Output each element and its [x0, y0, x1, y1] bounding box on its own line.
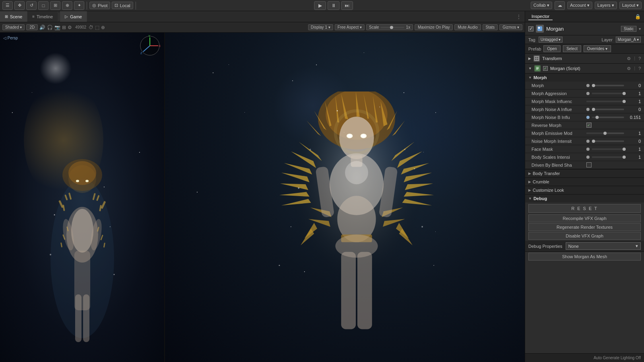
shaded-dropdown[interactable]: Shaded ▾ — [2, 24, 25, 30]
cloud-btn[interactable]: ☁ — [555, 1, 565, 10]
hand-tool-btn[interactable]: ☰ — [2, 1, 13, 10]
status-bar: Auto Generate Lighting Off — [525, 353, 644, 362]
select-prefab-btn[interactable]: Select — [563, 45, 581, 52]
scale-label: Scale — [369, 25, 379, 29]
shaded-label: Shaded — [5, 25, 19, 29]
local-dropdown[interactable]: ⊡ Local — [112, 2, 133, 9]
object-active-checkbox[interactable]: ✓ — [528, 26, 533, 31]
morph-aggression-slider[interactable] — [592, 93, 625, 94]
script-settings-icon[interactable]: ⚙ — [627, 66, 631, 71]
crumble-section[interactable]: ▶ Crumble — [525, 178, 644, 186]
customize-look-section[interactable]: ▶ Customize Look — [525, 186, 644, 195]
display-dropdown[interactable]: Display 1 ▾ — [308, 24, 333, 30]
reverse-morph-checkbox[interactable]: ✓ — [586, 123, 592, 128]
move-tool-btn[interactable]: ✥ — [14, 1, 25, 10]
layout-btn[interactable]: Layout ▾ — [619, 2, 642, 9]
scene-tab-label: Scene — [10, 14, 22, 19]
object-name[interactable]: Morgan — [546, 26, 619, 32]
morph-mask-row: Morph Mask Influenc 1 — [525, 97, 644, 105]
refresh-btn[interactable]: ↺ — [26, 1, 37, 10]
lock-icon[interactable]: 🔒 — [635, 14, 641, 19]
inspector-tab[interactable]: Inspector — [528, 13, 553, 20]
layer-dropdown[interactable]: Morgan_A ▾ — [616, 37, 641, 43]
body-scales-slider[interactable] — [592, 156, 625, 158]
step-button[interactable]: ⏭ — [341, 1, 353, 10]
morph-noise-b-slider[interactable] — [592, 117, 625, 118]
debug-properties-dropdown[interactable]: None ▾ — [566, 242, 641, 250]
camera-icon: 📷 — [54, 25, 60, 30]
transform-actions: ⚙ ⋮ ? — [627, 56, 641, 61]
transform-help-icon[interactable]: ? — [638, 56, 641, 61]
play-button[interactable]: ▶ — [314, 1, 326, 10]
custom-tool-btn[interactable]: ✦ — [74, 1, 84, 10]
free-aspect-dropdown[interactable]: Free Aspect ▾ — [335, 24, 365, 30]
morph-noise-a-handle — [592, 108, 595, 111]
overrides-btn[interactable]: Overrides ▾ — [584, 45, 611, 52]
morph-emissive-container: 1 — [586, 131, 641, 136]
svg-point-95 — [279, 265, 280, 266]
stats-btn[interactable]: Stats — [483, 24, 498, 30]
driven-blend-checkbox[interactable] — [586, 162, 592, 167]
body-transfer-section[interactable]: ▶ Body Transfer — [525, 169, 644, 178]
recompile-button[interactable]: Recompile VFX Graph — [528, 214, 641, 222]
headphones-icon: 🎧 — [47, 25, 53, 30]
reverse-morph-row: Reverse Morph ✓ — [525, 121, 644, 129]
scale-tool-btn[interactable]: ⊞ — [50, 1, 60, 10]
svg-point-78 — [335, 234, 378, 257]
script-more-icon[interactable]: ⋮ — [632, 66, 637, 71]
morph-section-label: Morph — [533, 75, 547, 80]
pivot-dropdown[interactable]: ◎ Pivot — [89, 2, 110, 9]
morph-emissive-handle — [603, 132, 607, 135]
collab-btn[interactable]: Collab ▾ — [531, 2, 552, 9]
morph-mask-slider[interactable] — [586, 101, 625, 102]
open-prefab-btn[interactable]: Open — [543, 45, 560, 52]
rect-tool-btn[interactable]: □ — [38, 1, 48, 10]
scene-viewport[interactable]: Y X Z ◁ Persp — [0, 33, 165, 362]
particle2 — [32, 92, 32, 93]
script-help-icon[interactable]: ? — [638, 66, 641, 71]
account-btn[interactable]: Account ▾ — [567, 2, 592, 9]
2d-btn[interactable]: 2D — [26, 24, 38, 30]
game-tab-icon: ▷ — [65, 14, 68, 19]
grid-icon: ⊞ — [62, 25, 66, 30]
morph-section-title[interactable]: ▼ Morph — [525, 74, 644, 82]
morph-emissive-slider[interactable] — [586, 132, 625, 134]
morph-noise-a-slider[interactable] — [592, 109, 625, 110]
reverse-morph-container: ✓ — [586, 123, 641, 128]
transform-settings-icon[interactable]: ⚙ — [627, 56, 631, 61]
mute-btn[interactable]: Mute Audio — [454, 24, 481, 30]
noise-morph-slider[interactable] — [592, 140, 625, 142]
disable-vfx-button[interactable]: Disable VFX Graph — [528, 232, 641, 240]
static-chevron[interactable]: ▾ — [639, 27, 641, 31]
timeline-tab[interactable]: ≡ Timeline — [27, 11, 58, 22]
morph-slider[interactable] — [592, 85, 625, 86]
transform-tool-btn[interactable]: ⊕ — [62, 1, 72, 10]
gp4 — [423, 152, 424, 152]
more-options-btn[interactable]: ⋮ — [515, 13, 522, 20]
layers-btn[interactable]: Layers ▾ — [595, 2, 617, 9]
debug-section-title[interactable]: ▼ Debug — [525, 195, 644, 202]
game-tab[interactable]: ▷ Game — [60, 11, 87, 22]
transform-component-header[interactable]: ▶ Transform ⚙ ⋮ ? — [525, 54, 644, 64]
scale-value: 1x — [406, 25, 410, 29]
static-badge[interactable]: Static — [621, 26, 636, 32]
maximize-btn[interactable]: Maximize On Play — [415, 24, 453, 30]
show-morgan-button[interactable]: Show Morgan As Mesh — [528, 253, 641, 261]
scale-control[interactable]: Scale 1x — [366, 24, 413, 30]
regenerate-button[interactable]: Regenerate Render Textures — [528, 223, 641, 231]
gizmos-btn[interactable]: Gizmos ▾ — [499, 24, 522, 30]
scene-tab[interactable]: ⊞ Scene — [0, 11, 27, 22]
scale-slider[interactable] — [380, 27, 404, 28]
reset-button[interactable]: R E S E T — [528, 204, 641, 213]
game-viewport[interactable] — [165, 33, 525, 362]
face-mask-slider[interactable] — [592, 148, 625, 150]
pause-button[interactable]: ⏸ — [328, 1, 339, 10]
crumble-label: Crumble — [533, 179, 549, 184]
script-component-header[interactable]: ▼ ✓ Morgan (Script) ⚙ ⋮ ? — [525, 64, 644, 74]
transform-more-icon[interactable]: ⋮ — [632, 56, 637, 61]
svg-point-12 — [85, 180, 89, 182]
svg-point-57 — [361, 134, 365, 138]
tag-dropdown[interactable]: Untagged ▾ — [539, 37, 563, 43]
viewports: Y X Z ◁ Persp — [0, 33, 525, 362]
script-active-checkbox[interactable]: ✓ — [543, 66, 548, 71]
